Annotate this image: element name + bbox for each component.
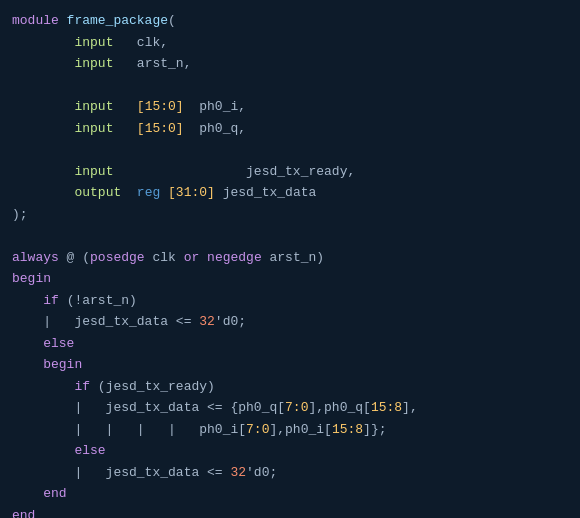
code-token xyxy=(12,334,43,354)
code-line: | jesd_tx_data <= {ph0_q[7:0],ph0_q[15:8… xyxy=(0,397,580,419)
code-token: @ ( xyxy=(59,248,90,268)
code-token: | jesd_tx_data <= xyxy=(12,463,230,483)
code-token: posedge xyxy=(90,248,145,268)
code-token: reg xyxy=(137,183,160,203)
code-token: begin xyxy=(12,269,51,289)
code-token: ], xyxy=(402,398,418,418)
code-line: if (jesd_tx_ready) xyxy=(0,376,580,398)
code-token: ); xyxy=(12,205,28,225)
code-token: input xyxy=(74,162,113,182)
code-token: input xyxy=(74,119,113,139)
code-token: [31:0] xyxy=(168,183,215,203)
code-editor: module frame_package( input clk, input a… xyxy=(0,0,580,518)
code-token: end xyxy=(12,506,35,519)
code-token xyxy=(12,54,74,74)
code-token: [15:0] xyxy=(137,97,184,117)
code-token xyxy=(12,291,43,311)
code-token: | jesd_tx_data <= {ph0_q[ xyxy=(12,398,285,418)
code-line: end xyxy=(0,483,580,505)
code-token: [15:0] xyxy=(137,119,184,139)
code-token xyxy=(160,183,168,203)
code-line: input clk, xyxy=(0,32,580,54)
code-token: 'd0; xyxy=(246,463,277,483)
code-token xyxy=(12,377,74,397)
code-line: begin xyxy=(0,268,580,290)
code-token xyxy=(12,33,74,53)
code-token: ],ph0_q[ xyxy=(308,398,370,418)
code-line: input jesd_tx_ready, xyxy=(0,161,580,183)
code-token: always xyxy=(12,248,59,268)
code-token: input xyxy=(74,54,113,74)
code-token: if xyxy=(43,291,59,311)
code-token: jesd_tx_data xyxy=(215,183,316,203)
code-token xyxy=(113,119,136,139)
code-line: module frame_package( xyxy=(0,10,580,32)
code-token: jesd_tx_ready, xyxy=(113,162,355,182)
code-token: ph0_q, xyxy=(184,119,246,139)
code-token: else xyxy=(43,334,74,354)
code-token: 15:8 xyxy=(332,420,363,440)
code-token: (!arst_n) xyxy=(59,291,137,311)
code-token xyxy=(12,97,74,117)
code-token xyxy=(12,119,74,139)
code-line: | jesd_tx_data <= 32'd0; xyxy=(0,311,580,333)
code-line xyxy=(0,75,580,97)
code-token: 32 xyxy=(230,463,246,483)
code-token: 32 xyxy=(199,312,215,332)
code-token: output xyxy=(74,183,121,203)
code-line: always @ (posedge clk or negedge arst_n) xyxy=(0,247,580,269)
code-token: or xyxy=(184,248,200,268)
code-token: clk, xyxy=(113,33,168,53)
code-token xyxy=(12,162,74,182)
code-line: input [15:0] ph0_i, xyxy=(0,96,580,118)
code-token: ph0_i, xyxy=(184,97,246,117)
code-token: frame_package xyxy=(67,11,168,31)
code-token: ],ph0_i[ xyxy=(269,420,331,440)
code-line: | jesd_tx_data <= 32'd0; xyxy=(0,462,580,484)
code-token xyxy=(12,355,43,375)
code-token xyxy=(12,441,74,461)
code-line: ); xyxy=(0,204,580,226)
code-token xyxy=(12,183,74,203)
code-token: | | | | ph0_i[ xyxy=(12,420,246,440)
code-line: input [15:0] ph0_q, xyxy=(0,118,580,140)
code-token: input xyxy=(74,97,113,117)
code-token: 7:0 xyxy=(285,398,308,418)
code-token xyxy=(12,484,43,504)
code-line: else xyxy=(0,333,580,355)
code-line xyxy=(0,225,580,247)
code-token: arst_n) xyxy=(262,248,324,268)
code-token: if xyxy=(74,377,90,397)
code-line: if (!arst_n) xyxy=(0,290,580,312)
code-line: output reg [31:0] jesd_tx_data xyxy=(0,182,580,204)
code-token: 'd0; xyxy=(215,312,246,332)
code-token: 15:8 xyxy=(371,398,402,418)
code-token: end xyxy=(43,484,66,504)
code-token xyxy=(199,248,207,268)
code-token xyxy=(113,97,136,117)
code-token: 7:0 xyxy=(246,420,269,440)
code-token: ]}; xyxy=(363,420,386,440)
code-line: begin xyxy=(0,354,580,376)
code-line: else xyxy=(0,440,580,462)
code-token: clk xyxy=(145,248,184,268)
code-token: begin xyxy=(43,355,82,375)
code-line: end xyxy=(0,505,580,519)
code-token: input xyxy=(74,33,113,53)
code-token: ( xyxy=(168,11,176,31)
code-token: module xyxy=(12,11,67,31)
code-token: (jesd_tx_ready) xyxy=(90,377,215,397)
code-line: | | | | ph0_i[7:0],ph0_i[15:8]}; xyxy=(0,419,580,441)
code-line xyxy=(0,139,580,161)
code-token: arst_n, xyxy=(113,54,191,74)
code-token: else xyxy=(74,441,105,461)
code-token: negedge xyxy=(207,248,262,268)
code-token xyxy=(121,183,137,203)
code-line: input arst_n, xyxy=(0,53,580,75)
code-token: | jesd_tx_data <= xyxy=(12,312,199,332)
